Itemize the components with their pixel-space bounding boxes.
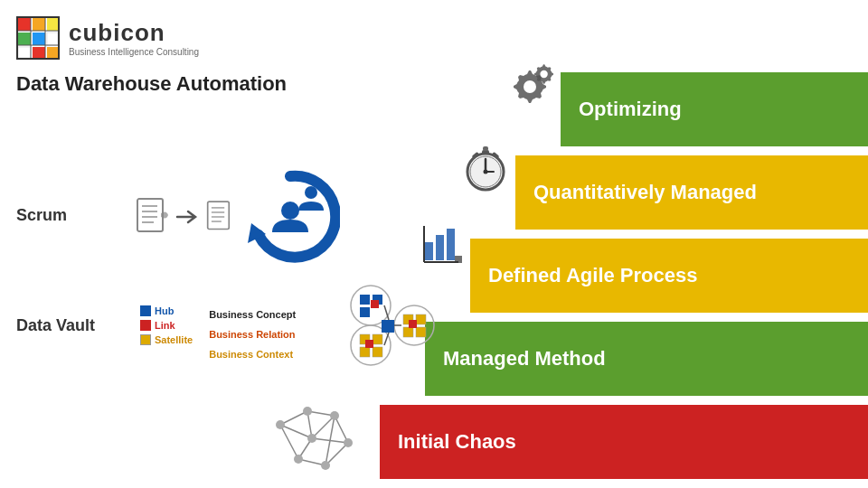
svg-rect-52 — [360, 347, 370, 357]
svg-line-63 — [384, 333, 389, 345]
gear-icon — [504, 61, 553, 111]
bar-initial-chaos: Initial Chaos — [380, 405, 868, 479]
svg-rect-61 — [382, 320, 394, 333]
header: cubicon Business Intelligence Consulting — [16, 16, 199, 60]
svg-point-81 — [344, 438, 353, 447]
bar-label-initial-chaos: Initial Chaos — [398, 430, 516, 454]
svg-point-79 — [330, 411, 339, 420]
svg-point-82 — [294, 455, 303, 464]
link-label: Link — [155, 320, 175, 331]
business-context-label: Business Context — [209, 349, 293, 360]
legend-shapes: Hub Link Satellite — [140, 305, 193, 345]
svg-rect-57 — [416, 314, 426, 324]
svg-rect-36 — [208, 202, 230, 229]
datavault-label: Data Vault — [16, 316, 95, 335]
svg-rect-22 — [483, 146, 488, 151]
svg-rect-8 — [47, 47, 58, 58]
data-vault-diagram — [335, 280, 443, 371]
bar-quantitatively: Quantitatively Managed — [515, 155, 868, 230]
document-icon — [136, 197, 170, 237]
svg-rect-0 — [18, 18, 31, 31]
svg-point-77 — [276, 420, 285, 429]
page-title: Data Warehouse Automation — [16, 72, 287, 96]
cubicon-logo-icon — [16, 16, 60, 60]
svg-rect-51 — [373, 334, 382, 344]
bar-managed-method: Managed Method — [425, 322, 868, 396]
svg-rect-60 — [409, 320, 417, 328]
svg-rect-27 — [447, 229, 455, 260]
legend-concepts: Business Concept Business Relation Busin… — [209, 305, 296, 361]
clock-icon — [463, 143, 508, 192]
svg-rect-25 — [425, 242, 433, 260]
svg-rect-2 — [47, 18, 58, 31]
svg-point-42 — [281, 202, 299, 220]
hub-color-square — [140, 305, 151, 316]
svg-rect-30 — [455, 256, 462, 263]
scrum-label: Scrum — [16, 206, 67, 225]
svg-point-78 — [303, 407, 312, 416]
hub-label: Hub — [155, 305, 174, 316]
svg-rect-45 — [360, 295, 370, 305]
svg-line-75 — [280, 425, 298, 459]
satellite-color-square — [140, 334, 151, 345]
satellite-label: Satellite — [155, 334, 193, 345]
svg-line-69 — [335, 416, 348, 443]
svg-rect-5 — [47, 33, 58, 45]
arrow-right-icon — [175, 208, 201, 226]
logo-subtitle: Business Intelligence Consulting — [69, 47, 199, 57]
svg-rect-26 — [436, 235, 444, 260]
scrum-cycle-icon — [241, 167, 340, 267]
bar-label-defined-agile: Defined Agile Process — [488, 264, 697, 287]
svg-rect-59 — [416, 327, 426, 337]
network-diagram — [262, 398, 362, 477]
svg-rect-31 — [137, 199, 163, 231]
svg-point-14 — [524, 80, 536, 93]
svg-rect-58 — [403, 327, 413, 337]
svg-point-15 — [540, 70, 547, 78]
bar-label-quantitatively: Quantitatively Managed — [533, 181, 757, 204]
svg-rect-1 — [33, 18, 45, 31]
svg-rect-6 — [18, 47, 31, 58]
svg-point-43 — [305, 186, 317, 199]
bar-label-managed-method: Managed Method — [443, 347, 606, 371]
scrum-process-area — [136, 167, 340, 267]
svg-point-20 — [484, 170, 488, 174]
business-relation-label: Business Relation — [209, 329, 295, 340]
svg-line-65 — [280, 411, 307, 425]
svg-rect-4 — [33, 33, 45, 45]
svg-point-80 — [307, 434, 316, 443]
svg-rect-3 — [18, 33, 31, 45]
link-color-square — [140, 320, 151, 331]
bar-label-optimizing: Optimizing — [579, 98, 682, 121]
svg-point-83 — [321, 461, 330, 470]
bar-optimizing: Optimizing — [561, 72, 868, 146]
logo-text: cubicon Business Intelligence Consulting — [69, 19, 199, 57]
data-vault-legend: Hub Link Satellite Business Concept Busi… — [140, 305, 296, 361]
svg-rect-54 — [365, 340, 373, 348]
svg-rect-7 — [33, 47, 45, 58]
svg-rect-53 — [373, 347, 382, 357]
svg-rect-48 — [371, 300, 379, 308]
svg-rect-47 — [360, 307, 370, 317]
bar-chart-icon — [422, 224, 463, 265]
logo-title: cubicon — [69, 19, 199, 47]
svg-line-66 — [280, 425, 312, 438]
business-concept-label: Business Concept — [209, 309, 296, 320]
document2-icon — [206, 197, 235, 237]
bar-defined-agile: Defined Agile Process — [470, 239, 868, 313]
